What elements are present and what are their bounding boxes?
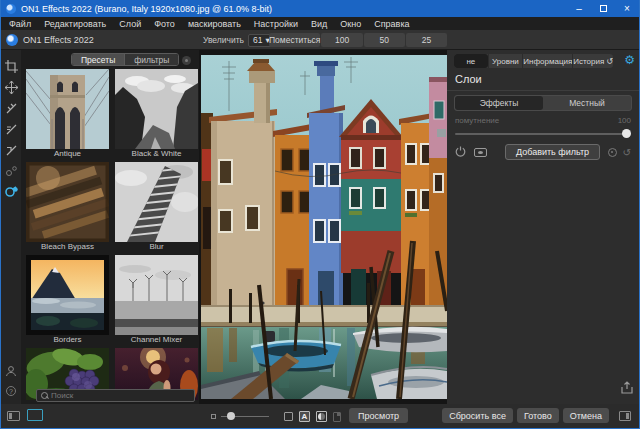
layers-separator: [447, 90, 639, 91]
preset-art-blur: [115, 162, 198, 242]
toolbar-branding: ON1 Effects 2022: [6, 30, 94, 50]
menu-edit[interactable]: Редактировать: [44, 19, 106, 29]
tab-filters[interactable]: фильтры: [124, 54, 178, 65]
menu-help[interactable]: Справка: [374, 19, 409, 29]
main-area: ? Пресеты фильтры: [1, 50, 639, 404]
maximize-icon: [600, 5, 607, 12]
menu-settings[interactable]: Настройки: [254, 19, 298, 29]
opacity-slider-knob[interactable]: [622, 129, 631, 138]
menu-window[interactable]: Окно: [340, 19, 361, 29]
menu-mask[interactable]: маскировать: [188, 19, 241, 29]
menu-layer[interactable]: Слой: [119, 19, 141, 29]
opacity-slider-track[interactable]: [455, 133, 631, 135]
preset-tile-antique[interactable]: Antique: [26, 69, 109, 159]
filter-controls-row: Добавить фильтр ↺: [455, 142, 631, 162]
toolbar-app-name: ON1 Effects 2022: [23, 35, 94, 45]
bottom-actions: Сбросить все Готово Отмена: [442, 408, 609, 423]
app-window: ON1 Effects 2022 (Burano, Italy 1920x108…: [0, 0, 640, 429]
opacity-row: помутнение 100: [455, 116, 631, 125]
auto-compare-icon[interactable]: A: [299, 411, 310, 422]
fit-button[interactable]: Поместиться: [269, 33, 320, 47]
tab-presets[interactable]: Пресеты: [72, 54, 124, 65]
maximize-button[interactable]: [591, 0, 615, 17]
preset-label: Bleach Bypass: [26, 242, 109, 252]
export-icon[interactable]: [621, 381, 633, 396]
preset-grid: Antique Black & White: [26, 69, 198, 400]
super-select-tool-icon-active[interactable]: [4, 185, 18, 199]
reset-circle-icon[interactable]: [608, 148, 617, 157]
tool-rail: ?: [1, 50, 21, 404]
tab-history[interactable]: История ↺: [572, 54, 613, 68]
right-panel-toggle-icon[interactable]: [619, 411, 631, 421]
layers-title: Слои: [455, 73, 482, 85]
preset-tile-blur[interactable]: Blur: [115, 162, 198, 252]
split-view-icon[interactable]: [316, 411, 327, 422]
panel-options-icon[interactable]: [182, 56, 191, 65]
gradient-mask-tool-icon[interactable]: [4, 164, 18, 178]
opacity-slider[interactable]: [455, 130, 631, 138]
browse-panel-icon[interactable]: [7, 411, 20, 421]
history-undo-icon: ↺: [606, 57, 613, 66]
perfect-brush-tool-icon[interactable]: [4, 122, 18, 136]
tab-local[interactable]: Местный: [543, 96, 631, 110]
zoom-label: Увеличить: [203, 35, 244, 45]
cancel-button[interactable]: Отмена: [563, 408, 609, 423]
burano-photo-art: [201, 55, 447, 399]
zoom-preset-buttons: Поместиться 100 50 25: [269, 33, 447, 47]
move-tool-icon[interactable]: [4, 80, 18, 94]
done-button[interactable]: Готово: [517, 408, 559, 423]
menu-photo[interactable]: Фото: [154, 19, 175, 29]
search-input[interactable]: [51, 391, 190, 400]
adjustment-brush-tool-icon[interactable]: [4, 101, 18, 115]
search-icon: [41, 392, 48, 399]
thumb-size-large-icon: [284, 412, 293, 421]
window-title: ON1 Effects 2022 (Burano, Italy 1920x108…: [21, 4, 272, 14]
tool-rail-bottom: ?: [1, 364, 21, 396]
menu-view[interactable]: Вид: [311, 19, 327, 29]
zoom-100-button[interactable]: 100: [321, 33, 362, 47]
soft-proof-icon[interactable]: [333, 412, 341, 422]
preset-tile-bleach-bypass[interactable]: Bleach Bypass: [26, 162, 109, 252]
canvas-image[interactable]: [201, 55, 447, 399]
window-controls: – ×: [567, 0, 639, 17]
close-button[interactable]: ×: [615, 0, 639, 17]
filmstrip-icon[interactable]: [27, 409, 43, 421]
opacity-value: 100: [618, 116, 631, 125]
preset-label: Antique: [26, 149, 109, 159]
tool-rail-icons: [1, 50, 21, 199]
zoom-25-button[interactable]: 25: [406, 33, 447, 47]
reset-all-button[interactable]: Сбросить все: [442, 408, 513, 423]
tab-history-label: История: [573, 57, 604, 66]
undo-icon[interactable]: ↺: [623, 147, 631, 158]
minimize-button[interactable]: –: [567, 0, 591, 17]
tab-none[interactable]: не: [454, 54, 488, 68]
tab-effects[interactable]: Эффекты: [455, 96, 543, 110]
add-filter-button[interactable]: Добавить фильтр: [505, 144, 600, 160]
help-icon[interactable]: ?: [6, 386, 16, 396]
preset-tile-black-white[interactable]: Black & White: [115, 69, 198, 159]
power-icon[interactable]: [455, 146, 466, 159]
mode-tabs: Эффекты Местный: [454, 95, 632, 111]
presets-panel: Пресеты фильтры: [21, 50, 199, 404]
opacity-label: помутнение: [455, 116, 499, 125]
preview-button[interactable]: Просмотр: [349, 408, 408, 423]
preset-art-channel-mixer: [115, 255, 198, 335]
preset-tile-borders[interactable]: Borders: [26, 255, 109, 345]
preset-label: Borders: [26, 335, 109, 345]
thumb-size-knob[interactable]: [227, 412, 235, 420]
preset-tile-channel-mixer[interactable]: Channel Mixer: [115, 255, 198, 345]
menubar: Файл Редактировать Слой Фото маскировать…: [1, 17, 639, 30]
zoom-value: 61: [253, 35, 262, 45]
crop-tool-icon[interactable]: [4, 59, 18, 73]
masking-brush-tool-icon[interactable]: [4, 143, 18, 157]
mask-preview-icon[interactable]: [474, 148, 487, 157]
user-account-icon[interactable]: [4, 364, 18, 378]
preset-label: Black & White: [115, 149, 198, 159]
zoom-50-button[interactable]: 50: [364, 33, 405, 47]
tab-info[interactable]: Информация: [522, 54, 572, 68]
menu-file[interactable]: Файл: [9, 19, 31, 29]
right-panel-tabs: не Уровни Информация История ↺: [454, 54, 613, 68]
tab-levels[interactable]: Уровни: [488, 54, 523, 68]
gear-icon[interactable]: ⚙: [624, 53, 635, 67]
preset-art-bleach-bypass: [26, 162, 109, 242]
